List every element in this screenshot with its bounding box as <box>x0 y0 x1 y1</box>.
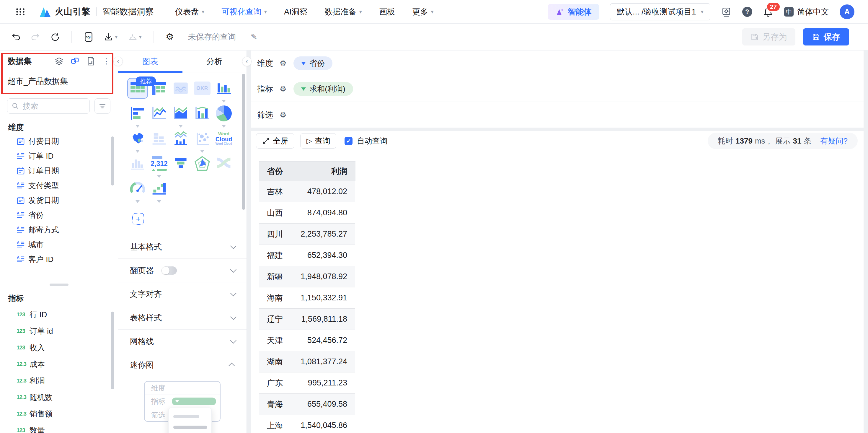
chart-type-combo-icon[interactable] <box>192 104 212 123</box>
dimensions-scrollbar[interactable] <box>111 137 114 185</box>
panel-scrollbar[interactable] <box>242 74 245 210</box>
menu-item[interactable]: 数据准备 ▾ <box>325 6 362 17</box>
table-row[interactable]: 天津 524,456.72 <box>259 330 355 351</box>
chart-variant-caret-icon[interactable] <box>157 200 161 203</box>
notifications-button[interactable]: 27 <box>763 6 774 17</box>
avatar[interactable]: A <box>840 4 855 19</box>
rename-pencil-icon[interactable]: ✎ <box>251 32 257 41</box>
chart-variant-caret-icon[interactable] <box>200 150 204 153</box>
more-options-icon[interactable]: ⋮ <box>102 57 110 65</box>
table-row[interactable]: 福建 652,394.30 <box>259 245 355 266</box>
chart-variant-caret-icon[interactable] <box>157 175 161 178</box>
dimension-field-item[interactable]: A 发货日期 <box>0 193 118 208</box>
metric-field-item[interactable]: 12.3 销售额 <box>0 406 118 422</box>
panel-resize-handle[interactable] <box>50 284 68 286</box>
chart-type-area-icon[interactable] <box>171 104 190 123</box>
chart-type-kpi-indicator-icon[interactable]: 2,312 <box>149 154 169 173</box>
run-query-button[interactable]: ▷ 查询 <box>300 133 336 149</box>
metric-field-item[interactable]: 12.3 随机数 <box>0 389 118 406</box>
chart-type-line-bar-icon[interactable] <box>171 129 190 148</box>
apps-grid-icon[interactable] <box>16 7 25 17</box>
chart-type-line-icon[interactable] <box>149 104 169 123</box>
metric-field-item[interactable]: 123 行 ID <box>0 306 118 323</box>
console-settings-button[interactable] <box>721 6 732 17</box>
metric-field-item[interactable]: 12.3 成本 <box>0 356 118 372</box>
pager-toggle[interactable] <box>161 266 177 275</box>
chart-variant-caret-icon[interactable] <box>222 125 226 127</box>
format-section-row[interactable]: 基本格式 <box>118 235 247 258</box>
table-row[interactable]: 青海 655,409.58 <box>259 394 355 415</box>
chart-type-gauge-icon[interactable] <box>128 179 147 199</box>
tab-chart[interactable]: 图表 <box>118 51 182 72</box>
chart-variant-caret-icon[interactable] <box>135 200 140 203</box>
menu-item[interactable]: AI洞察 ▾ <box>284 6 308 17</box>
field-search-input[interactable] <box>22 101 81 111</box>
dimension-pill[interactable]: 省份 <box>293 56 333 70</box>
format-section-row[interactable]: 网格线 <box>118 329 247 353</box>
dimension-field-item[interactable]: A 订单 ID <box>0 149 118 163</box>
column-header-province[interactable]: 省份 <box>259 162 297 181</box>
dimension-field-item[interactable]: A 订单日期 <box>0 163 118 178</box>
table-row[interactable]: 辽宁 1,569,811.18 <box>259 309 355 330</box>
fullscreen-button[interactable]: 全屏 <box>256 133 294 149</box>
menu-item[interactable]: 仪表盘 ▾ <box>175 6 205 17</box>
chart-variant-caret-icon[interactable] <box>179 125 183 127</box>
table-row[interactable]: 新疆 1,948,078.92 <box>259 266 355 287</box>
dimension-settings-gear-icon[interactable]: ⚙ <box>280 59 286 67</box>
table-row[interactable]: 山西 874,094.80 <box>259 202 355 224</box>
layers-icon[interactable] <box>55 57 63 65</box>
metric-field-item[interactable]: 12.3 利润 <box>0 372 118 389</box>
table-row[interactable]: 吉林 478,012.02 <box>259 181 355 202</box>
dimension-field-item[interactable]: A 邮寄方式 <box>0 223 118 237</box>
metric-field-item[interactable]: 123 数量 <box>0 422 118 433</box>
metrics-scrollbar[interactable] <box>111 312 114 389</box>
chart-type-pie-icon[interactable] <box>214 104 234 123</box>
download-button[interactable]: ▾ <box>104 32 118 41</box>
format-section-row[interactable]: 翻页器 <box>118 258 247 282</box>
filter-settings-gear-icon[interactable]: ⚙ <box>280 111 286 119</box>
alert-button-disabled[interactable]: ▾ <box>128 32 142 41</box>
link-dataset-icon[interactable] <box>70 57 80 65</box>
chart-type-map-icon[interactable] <box>128 129 147 148</box>
dimension-field-item[interactable]: A 支付类型 <box>0 178 118 193</box>
metric-field-item[interactable]: 123 订单 id <box>0 323 118 339</box>
dataset-name[interactable]: 超市_产品数据集 <box>8 76 68 87</box>
export-dataset-icon[interactable] <box>87 56 95 66</box>
dimension-field-item[interactable]: A 省份 <box>0 208 118 223</box>
table-row[interactable]: 海南 1,150,332.91 <box>259 287 355 309</box>
language-switcher[interactable]: 中 简体中文 <box>784 6 829 17</box>
table-row[interactable]: 四川 2,253,785.27 <box>259 224 355 245</box>
collapse-config-panel-button[interactable]: ‹ <box>242 57 252 66</box>
metric-pill[interactable]: 求和(利润) <box>293 82 353 96</box>
column-header-profit[interactable]: 利润 <box>297 162 355 181</box>
format-section-row[interactable]: 文字对齐 <box>118 282 247 306</box>
table-row[interactable]: 上海 1,540,045.86 <box>259 415 355 433</box>
metric-field-item[interactable]: 123 收入 <box>0 339 118 356</box>
field-search-box[interactable] <box>7 98 90 114</box>
tab-analysis[interactable]: 分析 <box>182 51 247 72</box>
format-section-row[interactable]: 表格样式 <box>118 306 247 329</box>
project-selector[interactable]: 默认... /验收测试项目1 ▾ <box>610 3 710 20</box>
chart-variant-caret-icon[interactable] <box>135 125 140 127</box>
chart-variant-caret-icon[interactable] <box>135 150 140 153</box>
chart-type-bar-icon[interactable] <box>214 79 234 98</box>
chart-variant-caret-icon[interactable] <box>222 100 226 103</box>
add-custom-chart-button[interactable]: + <box>132 213 144 225</box>
dimension-field-item[interactable]: A 城市 <box>0 237 118 252</box>
chart-type-wordcloud-icon[interactable]: Word Cloud Word Cloud <box>214 129 234 148</box>
collapse-sidebar-button[interactable]: ‹ <box>113 57 123 66</box>
menu-item[interactable]: 更多 ▾ <box>412 6 434 17</box>
auto-query-checkbox-wrap[interactable]: 自动查询 <box>345 136 388 146</box>
chart-type-waterfall-icon[interactable] <box>149 179 169 199</box>
redo-button[interactable] <box>31 32 40 41</box>
undo-button[interactable] <box>11 32 21 41</box>
format-section-row[interactable]: 迷你图 <box>118 353 247 377</box>
agent-button[interactable]: 智能体 <box>548 4 599 20</box>
menu-item[interactable]: 画板 ▾ <box>379 6 395 17</box>
save-as-button[interactable]: 另存为 <box>742 28 795 46</box>
sql-view-button[interactable]: SQL <box>84 32 94 42</box>
table-row[interactable]: 广东 995,211.23 <box>259 372 355 394</box>
table-row[interactable]: 湖南 1,081,377.24 <box>259 351 355 372</box>
query-settings-gear-icon[interactable]: ⚙ <box>166 32 174 41</box>
dimension-field-item[interactable]: A 付费日期 <box>0 134 118 149</box>
